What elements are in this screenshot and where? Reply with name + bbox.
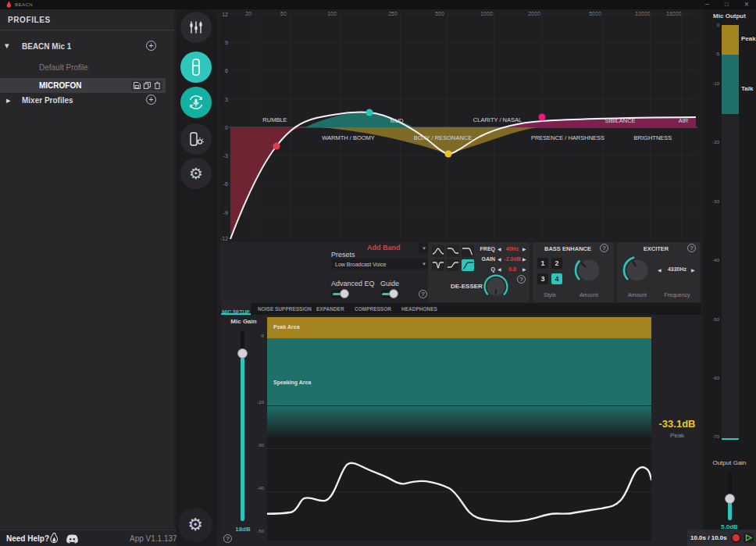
- freq-next-arrow[interactable]: ▶: [522, 246, 526, 252]
- profile-group-device[interactable]: ▾ BEACN Mic 1 +: [0, 39, 166, 55]
- discord-icon[interactable]: [66, 534, 79, 544]
- tab-expander[interactable]: EXPANDER: [316, 306, 344, 312]
- profile-item-selected[interactable]: MICROFON: [0, 78, 166, 93]
- db-tick: 12: [221, 12, 228, 17]
- filter-lowshelf-button[interactable]: [447, 245, 459, 257]
- profile-actions: [131, 80, 162, 91]
- duplicate-icon[interactable]: [143, 81, 152, 90]
- divider: [0, 30, 174, 30]
- bass-style-4-button-selected[interactable]: 4: [551, 273, 562, 284]
- profile-group-mixer[interactable]: ▸ Mixer Profiles +: [0, 93, 166, 109]
- band-label-warmth: WARMTH / BOOMY: [322, 134, 375, 141]
- q-value[interactable]: 0.8: [503, 266, 522, 272]
- gain-prev-arrow[interactable]: ◀: [497, 256, 501, 262]
- eq-dot-pink[interactable]: [539, 114, 546, 121]
- eq-dot-teal[interactable]: [366, 109, 373, 116]
- eq-dot-yellow[interactable]: [445, 151, 452, 158]
- meter-tick: -40: [704, 258, 719, 262]
- mic-gain-slider-handle[interactable]: [237, 348, 248, 359]
- minimize-button[interactable]: –: [705, 0, 709, 8]
- filter-notch-button[interactable]: [432, 259, 444, 271]
- band-label-rumble: RUMBLE: [262, 116, 287, 123]
- filter-bell-button[interactable]: [432, 245, 444, 257]
- deesser-knob[interactable]: [483, 273, 509, 300]
- exciter-freq-prev-arrow[interactable]: ◀: [658, 267, 662, 273]
- tab-headphones[interactable]: HEADPHONES: [401, 306, 437, 312]
- chevron-right-icon[interactable]: ▸: [6, 95, 11, 105]
- profile-selected-label: MICROFON: [39, 81, 81, 90]
- maximize-button[interactable]: □: [725, 1, 729, 8]
- recorder-strip: 10.0s / 10.0s: [687, 530, 756, 546]
- mic-output-title: Mic Output: [703, 12, 756, 20]
- record-dot-icon: [733, 534, 740, 541]
- tab-noise-suppression[interactable]: NOISE SUPPRESSION: [258, 306, 312, 312]
- bass-enhance-help-icon[interactable]: ?: [600, 244, 608, 252]
- tab-compressor[interactable]: COMPRESSOR: [355, 306, 391, 312]
- mic-gain-slider-track[interactable]: [241, 331, 244, 521]
- output-gain-slider-handle[interactable]: [725, 494, 735, 504]
- need-help-link[interactable]: Need Help?: [6, 534, 49, 543]
- meter-talk-zone[interactable]: [722, 55, 739, 114]
- play-button[interactable]: [744, 533, 754, 543]
- bass-style-2-button[interactable]: 2: [551, 258, 562, 269]
- output-gain-slider-track[interactable]: [728, 472, 732, 520]
- peak-caption: Peak: [653, 432, 701, 439]
- q-next-arrow[interactable]: ▶: [522, 266, 526, 272]
- meter-peak-label: Peak: [741, 35, 756, 42]
- lighting-icon: [187, 130, 205, 148]
- tab-label: MIC SETUP: [222, 309, 249, 315]
- db-tick: 0: [221, 125, 228, 130]
- filter-highpass-button-selected[interactable]: [462, 259, 474, 271]
- exciter-help-icon[interactable]: ?: [687, 244, 696, 252]
- gain-value[interactable]: -2.0dB: [503, 256, 522, 262]
- mic-gain-help-icon[interactable]: ?: [223, 534, 232, 543]
- bass-style-3-button[interactable]: 3: [537, 273, 548, 284]
- beacn-flame-icon[interactable]: [48, 533, 59, 544]
- app-title: BEACN: [15, 2, 33, 7]
- nav-lighting-button[interactable]: [180, 123, 212, 155]
- exciter-title: EXCITER: [633, 245, 679, 252]
- advanced-eq-toggle[interactable]: [331, 290, 348, 298]
- filter-lowpass-button[interactable]: [462, 245, 474, 257]
- mic-gain-label: Mic Gain: [226, 318, 261, 325]
- freq-value[interactable]: 40Hz: [503, 246, 522, 252]
- app-settings-button[interactable]: ⚙: [178, 508, 212, 542]
- bass-style-1-button[interactable]: 1: [537, 258, 548, 269]
- save-icon[interactable]: [133, 81, 141, 90]
- exciter-amount-knob[interactable]: [622, 255, 653, 286]
- add-profile-button[interactable]: +: [146, 41, 156, 51]
- nav-mic-refresh-button[interactable]: [180, 87, 212, 118]
- record-button[interactable]: [731, 533, 741, 543]
- eq-dot-highpass[interactable]: [273, 143, 280, 150]
- speaking-area-band[interactable]: Speaking Area: [267, 338, 651, 405]
- app-version: App V1.1.137: [130, 534, 177, 543]
- gear-icon: ⚙: [187, 516, 203, 534]
- eq-help-icon[interactable]: ?: [419, 290, 427, 298]
- profile-item-default[interactable]: Default Profile: [0, 61, 166, 75]
- band-label-clarity: CLARITY / NASAL: [473, 116, 522, 123]
- titlebar: BEACN – □ ×: [0, 0, 756, 9]
- filter-highshelf-button[interactable]: [447, 259, 459, 271]
- nav-mixer-button[interactable]: [180, 12, 212, 43]
- guide-toggle[interactable]: [380, 290, 398, 298]
- meter-peak-zone[interactable]: [722, 25, 739, 55]
- mic-gain-slider-fill: [241, 353, 244, 521]
- peak-area-band[interactable]: Peak Area: [267, 317, 651, 338]
- eq-curve-chart[interactable]: [229, 11, 697, 241]
- close-button[interactable]: ×: [744, 0, 749, 9]
- deesser-help-icon[interactable]: ?: [517, 275, 526, 284]
- nav-settings-button[interactable]: ⚙: [180, 158, 212, 189]
- exciter-frequency-value[interactable]: 4330Hz: [664, 266, 690, 272]
- add-mixer-profile-button[interactable]: +: [146, 95, 156, 105]
- tab-mic-setup[interactable]: MIC SETUP: [221, 303, 251, 315]
- nav-mic-device-button[interactable]: [180, 52, 212, 83]
- add-band-button[interactable]: Add Band: [367, 244, 401, 252]
- bass-amount-knob[interactable]: [573, 255, 604, 286]
- chevron-down-icon[interactable]: ▾: [5, 41, 9, 51]
- delete-icon[interactable]: [153, 81, 162, 90]
- gain-next-arrow[interactable]: ▶: [522, 256, 526, 262]
- freq-prev-arrow[interactable]: ◀: [497, 246, 501, 252]
- exciter-freq-next-arrow[interactable]: ▶: [691, 267, 695, 273]
- preset-dropdown[interactable]: Low Broadcast Voice ▼: [331, 259, 430, 269]
- q-prev-arrow[interactable]: ◀: [497, 266, 501, 272]
